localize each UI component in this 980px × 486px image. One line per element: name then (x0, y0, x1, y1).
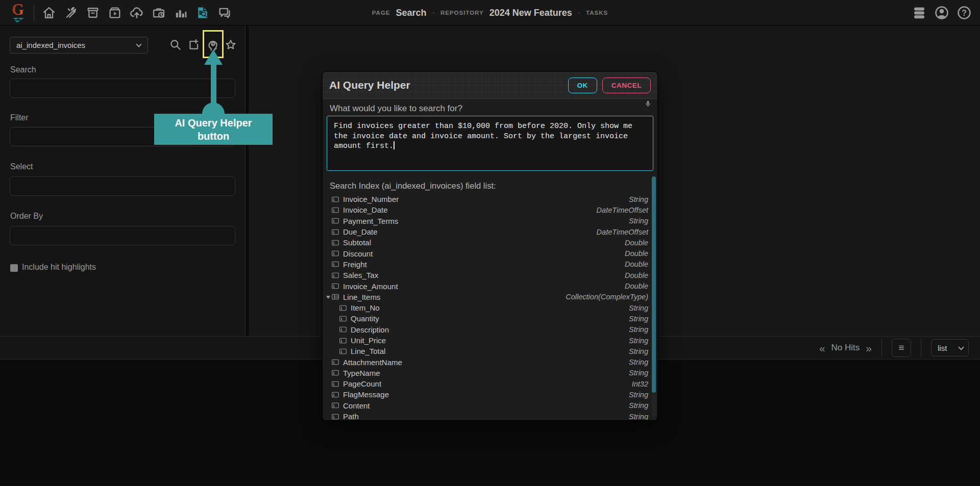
video-box-icon[interactable] (106, 4, 124, 21)
field-row[interactable]: Payment_Terms String (323, 216, 650, 226)
collapse-expander-icon[interactable] (326, 296, 330, 299)
ok-button[interactable]: OK (568, 78, 597, 93)
input-field-icon (339, 316, 347, 322)
field-name: Discount (343, 249, 373, 258)
field-row[interactable]: PageCount Int32 (323, 378, 650, 389)
field-row[interactable]: Quantity String (323, 313, 650, 324)
field-row[interactable]: FlagMessage String (323, 389, 650, 400)
field-row[interactable]: Freight Double (323, 259, 650, 270)
archive-select[interactable]: ai_indexed_invoices (10, 37, 148, 54)
include-hit-highlights-checkbox[interactable] (10, 264, 18, 272)
field-name: Invoice_Number (343, 195, 399, 203)
field-type: String (629, 217, 648, 225)
field-row[interactable]: Invoice_Amount Double (323, 280, 650, 291)
field-row[interactable]: TypeName String (323, 368, 650, 378)
logo-waves-icon (11, 18, 26, 24)
divider (34, 5, 34, 21)
field-type: String (629, 401, 648, 410)
tasks-label: TASKS (586, 10, 608, 16)
callout-text-line2: button (198, 130, 229, 143)
home-icon[interactable] (40, 4, 58, 21)
scrollbar-thumb[interactable] (652, 176, 656, 393)
field-name: Line_Items (343, 293, 380, 301)
field-name: FlagMessage (343, 390, 389, 399)
callout-text-line1: AI Query Helper (175, 116, 252, 130)
account-icon[interactable] (933, 4, 950, 21)
help-icon[interactable]: ? (955, 4, 973, 21)
field-list-header: Search Index (ai_indexed_invoices) field… (330, 181, 496, 191)
ai-query-helper-dialog: AI Query Helper OK CANCEL What would you… (323, 72, 657, 420)
field-name: Content (343, 401, 370, 410)
dialog-title: AI Query Helper (329, 79, 410, 91)
field-row[interactable]: Item_No String (323, 302, 650, 313)
briefcase-clock-icon[interactable] (150, 4, 167, 21)
field-type: String (629, 391, 648, 399)
field-type: String (629, 369, 648, 377)
archive-box-icon[interactable] (84, 4, 102, 21)
field-row[interactable]: Discount Double (323, 248, 650, 259)
field-type: Double (625, 271, 648, 279)
field-name: Subtotal (343, 238, 371, 247)
field-type: String (629, 347, 648, 355)
separator-dot: · (578, 8, 580, 17)
field-row[interactable]: Subtotal Double (323, 237, 650, 248)
input-field-icon (339, 338, 347, 344)
field-row[interactable]: Description String (323, 324, 650, 335)
field-type: DateTimeOffset (597, 206, 648, 214)
field-name: TypeName (343, 369, 380, 377)
field-name: AttachmentName (343, 358, 402, 367)
field-row[interactable]: Invoice_Number String (323, 194, 650, 204)
field-name: Invoice_Amount (343, 282, 398, 291)
field-type: Double (625, 249, 648, 258)
favorites-star-icon[interactable] (224, 38, 238, 52)
previous-hit-icon[interactable]: « (819, 343, 825, 353)
divider (881, 339, 882, 356)
input-field-icon (332, 261, 339, 267)
results-menu-button[interactable]: ≡ (892, 339, 911, 357)
messages-icon[interactable] (216, 4, 233, 21)
field-row[interactable]: Sales_Tax Double (323, 270, 650, 280)
search-input[interactable] (10, 79, 235, 98)
search-icon[interactable] (168, 38, 183, 52)
input-field-icon (339, 348, 347, 354)
microphone-icon[interactable] (644, 100, 652, 111)
field-name: Description (351, 325, 389, 334)
field-row[interactable]: Due_Date DateTimeOffset (323, 226, 650, 237)
field-row[interactable]: Unit_Price String (323, 335, 650, 346)
scrollbar-track[interactable] (652, 176, 656, 417)
repository-value: 2024 New Features (489, 8, 572, 18)
tools-icon[interactable] (62, 4, 80, 21)
separator-dot: · (432, 8, 435, 17)
order-by-input[interactable] (10, 226, 235, 245)
input-field-icon (332, 414, 339, 420)
field-row[interactable]: Line_Items Collection(ComplexType) (323, 292, 650, 302)
input-field-icon (339, 305, 347, 311)
cloud-upload-icon[interactable] (128, 4, 145, 21)
document-search-icon[interactable] (194, 4, 211, 21)
input-field-icon (332, 283, 339, 289)
view-mode-select[interactable]: list (931, 339, 969, 356)
field-list: Invoice_Number String Invoice_Date DateT… (323, 194, 650, 420)
field-row[interactable]: Invoice_Date DateTimeOffset (323, 204, 650, 215)
query-textarea[interactable]: Find invoices greater than $10,000 from … (327, 116, 653, 171)
field-row[interactable]: Path String (323, 411, 650, 420)
field-type: Double (625, 260, 648, 268)
query-text: Find invoices greater than $10,000 from … (334, 122, 637, 150)
field-name: Item_No (351, 303, 380, 312)
globalsearch-logo[interactable]: G (7, 2, 31, 24)
field-row[interactable]: AttachmentName String (323, 356, 650, 367)
cancel-button[interactable]: CANCEL (602, 78, 651, 93)
field-type: String (629, 358, 648, 366)
export-new-icon[interactable] (187, 38, 201, 52)
select-input[interactable] (10, 176, 235, 196)
next-hit-icon[interactable]: » (866, 343, 872, 353)
field-row[interactable]: Line_Total String (323, 346, 650, 356)
callout-arrow-stem (211, 63, 216, 106)
field-name: Due_Date (343, 227, 378, 236)
database-icon[interactable] (911, 4, 928, 21)
field-type: String (629, 325, 648, 334)
bar-chart-icon[interactable] (172, 4, 189, 21)
field-row[interactable]: Content String (323, 400, 650, 411)
input-field-icon (332, 218, 339, 224)
page-label: PAGE (372, 10, 390, 16)
